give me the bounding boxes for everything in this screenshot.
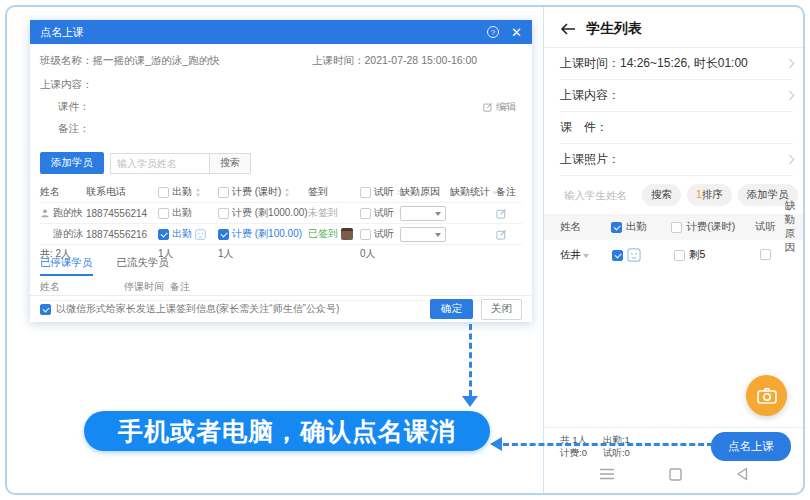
class-content-item[interactable]: 上课内容： <box>560 80 793 112</box>
class-photo-text: 上课照片： <box>560 151 620 168</box>
signin-status: 未签到 <box>308 206 360 220</box>
remark-edit-icon[interactable] <box>496 208 507 219</box>
caret-down-icon <box>583 254 589 258</box>
class-name-row: 班级名称：摇一摇的课_游的泳_跑的快 <box>40 54 220 68</box>
absence-reason-select[interactable] <box>400 227 446 242</box>
edit-pencil-icon <box>483 102 493 112</box>
attendance-table: 姓名 联系电话 出勤 计费 (课时) 签到 试听 缺勤原因 缺勤统计? 备注 跑… <box>40 182 522 263</box>
attend-checkbox[interactable] <box>158 229 169 240</box>
face-checkin-icon[interactable] <box>627 248 641 262</box>
col-signin: 签到 <box>308 185 360 199</box>
col-fee: 计费(课时) <box>686 220 735 234</box>
face-checkin-icon <box>195 229 206 240</box>
android-navbar <box>544 463 803 485</box>
arrow-down-icon <box>462 396 478 407</box>
attend-checkbox[interactable] <box>612 250 623 261</box>
content-label: 上课内容： <box>40 78 93 92</box>
nav-home-icon[interactable] <box>669 468 682 481</box>
courseware-label: 课件： <box>58 100 90 114</box>
student-name-dropdown[interactable]: 佐井 <box>560 248 612 262</box>
trial-label: 试听 <box>374 227 394 241</box>
class-photo-item[interactable]: 上课照片： <box>560 144 793 176</box>
dashed-arrow-vertical <box>469 324 472 396</box>
courseware-text: 课 件： <box>560 119 608 136</box>
sub-col-remark: 备注 <box>170 280 190 294</box>
student-phone: 18874556214 <box>86 208 158 219</box>
confirm-button[interactable]: 确定 <box>430 299 473 319</box>
fee-count: 计费:0 <box>560 446 587 459</box>
search-button[interactable]: 搜索 <box>210 153 251 174</box>
annotation-banner: 手机或者电脑，确认点名课消 <box>84 411 490 451</box>
attend-label: 出勤 <box>172 227 192 241</box>
student-search-input[interactable] <box>564 189 636 201</box>
fee-all-checkbox[interactable] <box>671 222 682 233</box>
wechat-notice-checkbox[interactable] <box>40 304 51 315</box>
col-trial: 试听 <box>374 185 394 199</box>
col-phone: 联系电话 <box>86 185 158 199</box>
sort-icon[interactable] <box>284 188 290 197</box>
search-button[interactable]: 搜索 <box>642 184 681 206</box>
sub-col-time: 停课时间 <box>124 280 170 294</box>
close-button[interactable]: 关闭 <box>481 299 522 320</box>
attend-all-checkbox[interactable] <box>611 222 622 233</box>
panel-title: 学生列表 <box>586 20 642 38</box>
attend-checkbox[interactable] <box>158 208 169 219</box>
trial-count: 0人 <box>360 247 400 261</box>
nav-back-icon[interactable] <box>736 467 748 481</box>
sort-button[interactable]: 1排序 <box>687 184 732 206</box>
student-search-input[interactable] <box>110 153 210 174</box>
help-icon[interactable]: ? <box>487 26 499 38</box>
absence-reason-select[interactable] <box>400 206 446 221</box>
fee-all-checkbox[interactable] <box>218 187 229 198</box>
trial-checkbox[interactable] <box>360 208 371 219</box>
student-name: 跑的快 <box>53 206 83 220</box>
fee-checkbox[interactable] <box>674 250 685 261</box>
student-phone: 18874556216 <box>86 229 158 240</box>
remark-edit-icon[interactable] <box>496 229 507 240</box>
class-time-item[interactable]: 上课时间：14:26~15:26, 时长01:00 <box>560 48 793 80</box>
rollcall-button[interactable]: 点名上课 <box>711 432 791 461</box>
fee-checkbox[interactable] <box>218 208 229 219</box>
dashed-arrow-horizontal <box>503 443 713 446</box>
class-time-row: 上课时间：2021-07-28 15:00-16:00 <box>312 54 477 68</box>
rollcall-dialog: 点名上课 ? ✕ 班级名称：摇一摇的课_游的泳_跑的快 上课时间：2021-07… <box>30 20 532 322</box>
tab-stopped-students[interactable]: 已停课学员 <box>40 256 93 276</box>
signin-status: 已签到 <box>308 227 338 241</box>
table-row: 游的泳 18874556216 出勤 计费 (剩100.00) 已签到 试听 <box>40 224 522 245</box>
add-student-button[interactable]: 添加学员 <box>40 152 104 174</box>
chevron-right-icon <box>785 91 795 101</box>
nav-menu-icon[interactable] <box>599 468 615 480</box>
person-icon <box>40 208 50 218</box>
sort-icon[interactable] <box>195 188 201 197</box>
svg-text:?: ? <box>494 191 495 193</box>
edit-link[interactable]: 编辑 <box>483 100 516 114</box>
fee-checkbox[interactable] <box>218 229 229 240</box>
table-row: 跑的快 18874556214 出勤 计费 (剩1000.00) 未签到 试听 <box>40 203 522 224</box>
edit-label: 编辑 <box>496 100 516 114</box>
dialog-title: 点名上课 <box>40 25 84 40</box>
wechat-notice-text: 以微信形式给家长发送上课签到信息(家长需关注“师生信”公众号) <box>56 302 339 316</box>
trial-checkbox[interactable] <box>360 229 371 240</box>
col-absence-reason: 缺勤原因 <box>400 185 450 199</box>
mobile-footer-bar: 共 1人 计费:0 出勤:1 试听:0 点名上课 <box>544 427 803 465</box>
col-trial: 试听 <box>755 220 784 234</box>
student-row: 佐井 剩5 <box>544 240 803 270</box>
courseware-item[interactable]: 课 件： <box>560 112 793 144</box>
trial-checkbox[interactable] <box>760 249 771 260</box>
tab-lost-students[interactable]: 已流失学员 <box>117 256 170 276</box>
chevron-right-icon <box>785 59 795 69</box>
col-attend: 出勤 <box>626 220 647 234</box>
fee-label: 计费 (剩100.00) <box>232 227 302 241</box>
table-header-row: 姓名 联系电话 出勤 计费 (课时) 签到 试听 缺勤原因 缺勤统计? 备注 <box>40 182 522 203</box>
trial-all-checkbox[interactable] <box>360 187 371 198</box>
camera-fab-button[interactable] <box>746 375 787 416</box>
close-icon[interactable]: ✕ <box>511 26 522 39</box>
student-avatar <box>341 228 353 240</box>
chevron-right-icon <box>785 155 795 165</box>
trial-label: 试听 <box>374 206 394 220</box>
class-name-label: 班级名称： <box>40 54 93 66</box>
attend-all-checkbox[interactable] <box>158 187 169 198</box>
remark-label: 备注： <box>58 122 90 136</box>
back-icon[interactable] <box>560 23 576 35</box>
sub-col-name: 姓名 <box>40 280 124 294</box>
